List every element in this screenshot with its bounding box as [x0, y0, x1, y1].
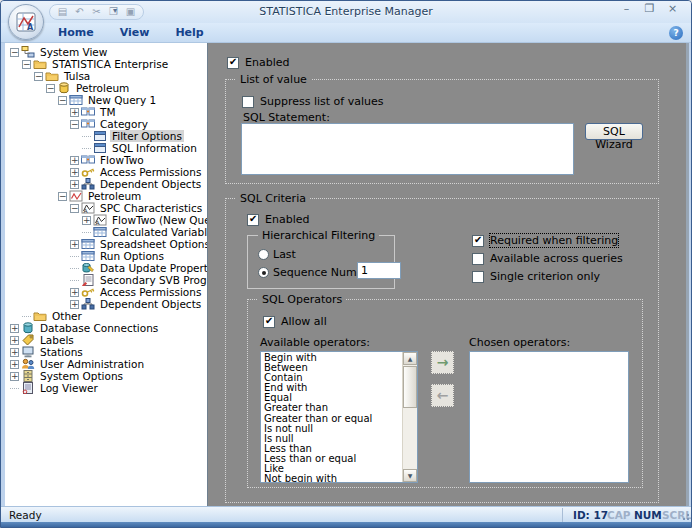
tree-item-label: New Query 1 [86, 94, 158, 106]
expand-icon[interactable]: + [10, 348, 19, 357]
collapse-icon[interactable]: − [46, 84, 55, 93]
tree-item-label: SPC Characteristics [98, 202, 204, 214]
tree-item-run-options[interactable]: Run Options [5, 250, 207, 262]
tree-item-user-administration[interactable]: +User Administration [5, 358, 207, 370]
tree-connector [70, 256, 79, 257]
expand-icon[interactable]: + [70, 156, 79, 165]
tree-connector [70, 268, 79, 269]
tree-item-spreadsheet-options[interactable]: +Spreadsheet Options [5, 238, 207, 250]
available-across-queries-checkbox[interactable] [472, 253, 484, 265]
collapse-icon[interactable]: − [22, 60, 31, 69]
tree-item-data-update-properties[interactable]: Data Update Properties [5, 262, 207, 274]
enabled-checkbox[interactable] [227, 57, 239, 69]
help-icon[interactable]: ? [669, 26, 683, 40]
table-icon [81, 238, 96, 250]
tab-help[interactable]: Help [162, 23, 216, 43]
collapse-icon[interactable]: − [58, 96, 67, 105]
tree-item-spc-characteristics[interactable]: −ASPC Characteristics [5, 202, 207, 214]
tree-item-tulsa[interactable]: −Tulsa [5, 70, 207, 82]
allow-all-label: Allow all [281, 315, 327, 328]
tree-item-flowtwo-new-query-1[interactable]: +AFlowTwo (New Query 1 [5, 214, 207, 226]
expand-icon[interactable]: + [70, 288, 79, 297]
expand-icon[interactable]: + [10, 372, 19, 381]
tree-item-log-viewer[interactable]: Log Viewer [5, 382, 207, 394]
expand-icon[interactable]: + [10, 336, 19, 345]
collapse-icon[interactable]: − [10, 48, 19, 57]
filter-icon [93, 142, 108, 154]
tree-item-label: Stations [38, 346, 85, 358]
tree-item-dependent-objects[interactable]: +Dependent Objects [5, 178, 207, 190]
single-criterion-only-checkbox[interactable] [472, 271, 484, 283]
criteria-enabled-label: Enabled [265, 213, 309, 226]
list-scrollbar[interactable]: ▲ ▼ [402, 352, 417, 482]
tree-item-stations[interactable]: +Stations [5, 346, 207, 358]
table-icon [93, 226, 108, 238]
tree-item-secondary-svb-program[interactable]: Secondary SVB Program [5, 274, 207, 286]
tab-home[interactable]: Home [45, 23, 107, 43]
database-yellow-icon [57, 82, 72, 94]
tree-item-petroleum[interactable]: −Petroleum [5, 82, 207, 94]
scroll-up-icon[interactable]: ▲ [403, 352, 417, 365]
maximize-button[interactable]: ❐ [641, 3, 658, 16]
tree-item-database-connections[interactable]: +Database Connections [5, 322, 207, 334]
allow-all-checkbox[interactable] [263, 316, 275, 328]
tree-item-petroleum[interactable]: −Petroleum [5, 190, 207, 202]
tree-item-access-permissions[interactable]: +Access Permissions [5, 166, 207, 178]
tree-item-label: FlowTwo (New Query 1 [110, 214, 208, 226]
tree-item-system-view[interactable]: −System View [5, 46, 207, 58]
minimize-button[interactable]: – [618, 3, 635, 16]
tree-item-statistica-enterprise[interactable]: −STATISTICA Enterprise [5, 58, 207, 70]
tree-connector [70, 280, 79, 281]
tree-item-calculated-variables[interactable]: Calculated Variables [5, 226, 207, 238]
available-operators-list[interactable]: Begin withBetweenContainEnd withEqualGre… [260, 351, 418, 483]
spc-icon: A [93, 214, 108, 226]
tree-item-new-query-1[interactable]: −New Query 1 [5, 94, 207, 106]
tree-item-label: User Administration [38, 358, 146, 370]
available-operators-items: Begin withBetweenContainEnd withEqualGre… [261, 353, 401, 483]
status-message: Ready [9, 509, 42, 521]
move-left-button[interactable]: ← [431, 384, 454, 407]
scroll-thumb[interactable] [403, 366, 417, 408]
tree-item-sql-information[interactable]: SQL Information [5, 142, 207, 154]
spc-icon: A [81, 202, 96, 214]
expand-icon[interactable]: + [10, 360, 19, 369]
tree-connector [22, 316, 31, 317]
move-right-button[interactable]: → [431, 351, 454, 374]
expand-icon[interactable]: + [70, 108, 79, 117]
scroll-down-icon[interactable]: ▼ [403, 469, 417, 482]
criteria-enabled-checkbox[interactable] [247, 214, 259, 226]
tree-item-labels[interactable]: +Labels [5, 334, 207, 346]
close-button[interactable]: × [664, 3, 681, 16]
status-id: ID: 17 [573, 509, 608, 521]
tree-item-access-permissions[interactable]: +Access Permissions [5, 286, 207, 298]
collapse-icon[interactable]: − [34, 72, 43, 81]
tree-item-tm[interactable]: +TM [5, 106, 207, 118]
tree-item-other[interactable]: Other [5, 310, 207, 322]
required-when-filtering-label: Required when filtering [490, 234, 618, 247]
collapse-icon[interactable]: − [70, 120, 79, 129]
collapse-icon[interactable]: − [70, 204, 79, 213]
tree-item-category[interactable]: −Category [5, 118, 207, 130]
expand-icon[interactable]: + [70, 240, 79, 249]
sql-wizard-button[interactable]: SQL Wizard [585, 123, 643, 140]
tab-view[interactable]: View [107, 23, 163, 43]
tree-item-filter-options[interactable]: Filter Options [5, 130, 207, 142]
application-menu-button[interactable]: A [8, 4, 44, 40]
expand-icon[interactable]: + [82, 216, 91, 225]
suppress-list-checkbox[interactable] [242, 96, 254, 108]
sequence-number-input[interactable] [357, 262, 401, 279]
tree-item-dependent-objects[interactable]: +Dependent Objects [5, 298, 207, 310]
collapse-icon[interactable]: − [58, 192, 67, 201]
tree-item-system-options[interactable]: +System Options [5, 370, 207, 382]
tree-item-flowtwo[interactable]: +FlowTwo [5, 154, 207, 166]
sql-statement-textarea[interactable] [241, 123, 574, 175]
expand-icon[interactable]: + [70, 180, 79, 189]
sequence-number-radio[interactable] [258, 267, 269, 278]
last-radio[interactable] [258, 249, 269, 260]
required-when-filtering-checkbox[interactable] [472, 235, 484, 247]
chosen-operators-list[interactable] [469, 351, 629, 483]
expand-icon[interactable]: + [70, 300, 79, 309]
operator-item[interactable]: Not begin with [261, 474, 401, 483]
expand-icon[interactable]: + [70, 168, 79, 177]
expand-icon[interactable]: + [10, 324, 19, 333]
